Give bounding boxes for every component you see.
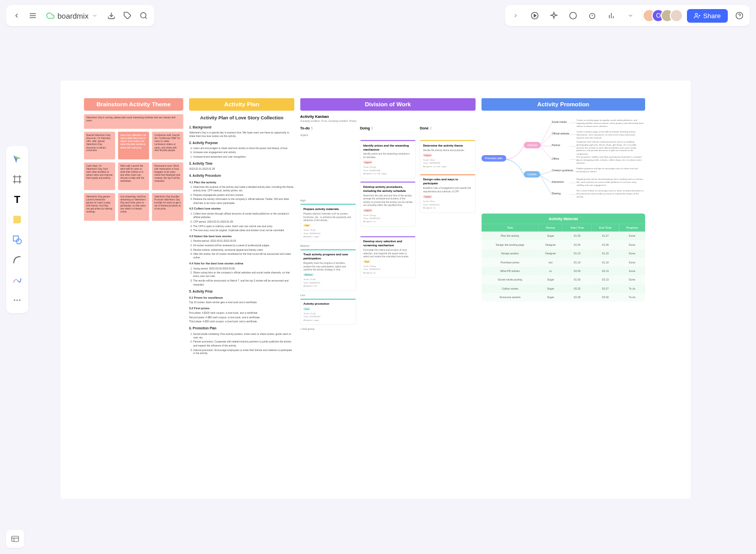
brand-name: boardmix [57,12,89,20]
svg-line-5 [145,17,147,19]
search-button[interactable] [136,8,151,23]
svg-point-27 [19,300,21,301]
table-row[interactable]: Design the landing pageDesigner01.0401.0… [481,240,645,249]
topbar-left: boardmix [6,5,154,26]
mind-node[interactable]: Content [524,171,540,178]
kanban-card[interactable]: Determine the activity themeDecide the a… [420,140,476,171]
help-button[interactable] [732,8,747,23]
promotion-section: Activity Promotion Promotion plan Channe… [481,98,645,302]
svg-point-26 [17,300,18,301]
svg-rect-28 [12,536,19,542]
more-button[interactable] [623,8,638,23]
sticky-note[interactable]: Live streaming: Hold live streaming on V… [118,193,149,221]
mind-root[interactable]: Promotion plan [481,155,506,162]
kanban-card[interactable]: Activity promotionLowTo-do: To-doTime: 2… [300,299,356,325]
chevron-down-icon [92,13,98,19]
table-row[interactable]: Announce awardsSugar02.2803.02To-do [481,293,645,302]
mindmap[interactable]: Promotion plan Channel Content Social me… [481,114,645,208]
sticky-note[interactable]: Confession wall: Launch the "Confession … [152,132,183,160]
connector-tool[interactable] [8,251,26,269]
kanban-column-doing: Doing3 Identify prizes and the rewarding… [360,126,416,331]
mind-leaf[interactable]: Offline [551,157,559,160]
sticky-note[interactable]: Wish wall: Launch the wish wall for user… [118,162,149,190]
brand[interactable]: boardmix [46,12,98,20]
shape-tool[interactable] [8,231,26,249]
svg-point-4 [141,13,146,18]
mind-leaf[interactable]: Sharing [551,192,560,195]
layers-button[interactable] [6,530,24,548]
section-header: Brainstorm Activity Theme [84,98,183,111]
play-button[interactable] [527,8,542,23]
table-row[interactable]: Design postersDesigner01.1001.10Done [481,249,645,258]
download-button[interactable] [104,8,119,23]
section-header: Division of Work [300,98,476,111]
table-row[interactable]: Plan the activitySugar01.0301.27Done [481,232,645,240]
table-row[interactable]: Social media postingSugar01.3002.13Done [481,275,645,284]
timer-button[interactable] [585,8,600,23]
tag-button[interactable] [120,8,135,23]
kanban-column-done: Done2 Determine the activity themeDecide… [420,126,476,331]
chart-button[interactable] [604,8,619,23]
share-button[interactable]: Share [687,9,728,23]
topbar-right: O Share [505,5,750,26]
pen-tool[interactable] [8,271,26,289]
mind-leaf[interactable]: Creation guidance [551,169,573,172]
svg-marker-7 [534,14,536,17]
cloud-icon [46,12,54,20]
avatar[interactable] [670,9,683,22]
mind-leaf[interactable]: Social media [551,120,566,123]
sparkle-button[interactable] [546,8,561,23]
sticky-tool[interactable] [8,211,26,229]
material-table[interactable]: Activity Material TaskPersonStart TimeEn… [481,214,645,302]
back-button[interactable] [9,8,24,23]
sticky-note[interactable]: Valentine's Day games: Launch interactiv… [84,193,115,221]
sticky-note[interactable]: Love story collection: Let users share t… [118,132,149,160]
sticky-note[interactable]: Restaurant scout: Work with restaurants … [152,162,183,190]
chevron-right-button[interactable] [508,8,523,23]
select-tool[interactable] [8,150,26,168]
kanban-card[interactable]: Develop activity procedures, including t… [360,181,416,227]
frame-tool[interactable] [8,170,26,188]
svg-point-25 [14,300,15,301]
kanban-section: Division of Work Activity Kanban Groupin… [300,98,476,331]
share-icon [694,13,701,19]
section-header: Activity Plan [189,98,294,111]
menu-button[interactable] [25,8,40,23]
svg-point-8 [570,12,577,19]
kanban-column-todo: To-do5 Urgent High Prepare activity mate… [300,126,356,331]
mind-leaf[interactable]: Official website [551,132,569,135]
kanban-title: Activity Kanban [300,114,476,119]
table-title: Activity Material [481,214,645,224]
mind-leaf[interactable]: Partner [551,144,560,147]
canvas[interactable]: Brainstorm Activity Theme Valentine's Da… [60,81,690,499]
avatars[interactable]: O [647,9,683,22]
svg-point-24 [16,239,21,244]
sticky-note[interactable]: Special Valentine's Day discounts: On Fe… [84,132,115,160]
text-tool[interactable]: T [8,190,26,209]
kanban-card[interactable]: Design rules and ways to participateEsta… [420,174,476,213]
mind-node[interactable]: Channel [524,142,540,149]
svg-point-9 [590,13,595,19]
svg-rect-23 [14,236,19,241]
table-row[interactable]: Write PR articlesxx02.0902.13Done [481,266,645,275]
kanban-card[interactable]: Identify prizes and the rewarding mechan… [360,140,416,179]
kanban-subtitle: Grouping condition: To-do; Grouping cond… [300,120,476,122]
kanban-card[interactable]: Prepare activity materialsPrepare releva… [300,203,356,241]
sticky-note[interactable]: Valentine's Day bundles: Promote Valenti… [152,193,183,221]
brainstorm-section: Brainstorm Activity Theme Valentine's Da… [84,98,183,221]
kanban-card[interactable]: Develop story selection and screening me… [360,236,416,278]
table-row[interactable]: Purchase prizesred01.1001.10Done [481,258,645,266]
kanban-card[interactable]: Track activity progress and user partici… [300,249,356,291]
doc-title: Activity Plan of Love Story Collection [189,114,294,121]
comment-button[interactable] [565,8,581,23]
section-header: Activity Promotion [481,98,645,111]
plan-section: Activity Plan Activity Plan of Love Stor… [189,98,294,356]
sticky-note[interactable]: Valentine's Day is coming, please plan s… [84,114,183,129]
mind-leaf[interactable]: Interaction [551,180,563,183]
plan-document[interactable]: Activity Plan of Love Story Collection 1… [189,114,294,356]
share-label: Share [703,12,721,20]
add-group[interactable]: + Add group [300,328,356,331]
table-row[interactable]: Collect storiesSugar02.2502.27To do [481,284,645,293]
more-tools[interactable] [8,291,26,309]
sticky-note[interactable]: Cash draw: On Valentine's Day, hold cash… [84,162,115,190]
